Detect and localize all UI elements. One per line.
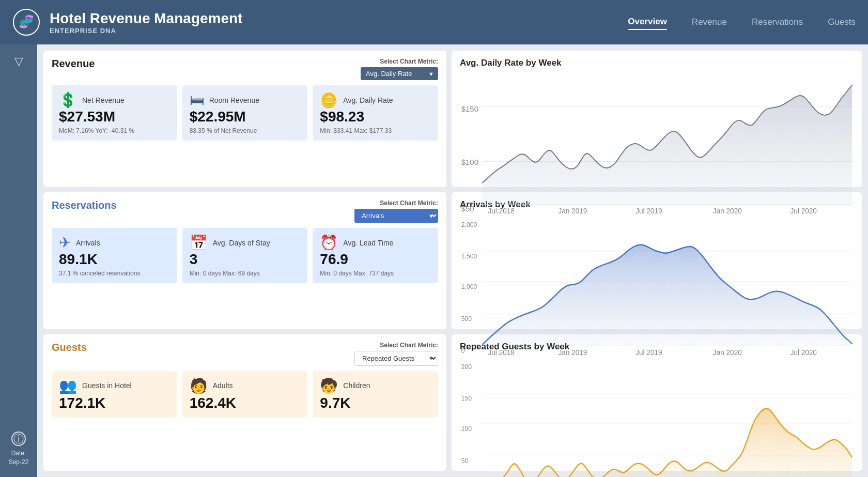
guests-left-panel: Guests Select Chart Metric: Repeated Gue… <box>43 334 446 471</box>
adults-value: 162.4K <box>190 395 301 411</box>
reservations-left-panel: Reservations Select Chart Metric: Arriva… <box>43 192 446 329</box>
subtitle-bold: ENTERPRISE <box>50 27 98 35</box>
svg-text:500: 500 <box>461 315 472 322</box>
revenue-chart-svg: $50 $100 $150 Jul 2018 Jan 2019 Jul 2019… <box>460 72 854 215</box>
reservations-metric-dropdown[interactable]: Arrivals Avg. Days of Stay Avg. Lead Tim… <box>354 209 438 223</box>
revenue-kpi-room: 🛏 Room Revenue $22.95M 83.35 % of Net Re… <box>182 85 308 141</box>
main-layout: ▽ ⓘ Date:Sep-22 Revenue Select Chart Met… <box>0 44 868 477</box>
adr-sub: Min: $33.41 Max: $177.33 <box>320 127 431 134</box>
arrivals-sub: 37.1 % canceled reservations <box>59 270 170 277</box>
kpi-lead-top: ⏰ Avg. Lead Time <box>320 234 431 251</box>
kpi-children-top: 🧒 Children <box>320 377 431 394</box>
kpi-net-top: 💲 Net Revenue <box>59 91 170 109</box>
subtitle-rest: DNA <box>98 27 116 35</box>
reservations-chart-container: 0 500 1,000 1,500 2,000 Jul 2018 Jan 201… <box>460 214 854 357</box>
adr-label: Avg. Daily Rate <box>343 96 393 104</box>
days-stay-icon: 📅 <box>190 234 208 251</box>
reservations-header: Reservations Select Chart Metric: Arriva… <box>52 199 438 223</box>
revenue-chart-panel: Avg. Daily Rate by Week $50 $100 $150 Ju… <box>452 51 862 187</box>
revenue-kpi-row: 💲 Net Revenue $27.53M MoM: 7.16% YoY: -4… <box>52 85 438 141</box>
reservations-kpi-days: 📅 Avg. Days of Stay 3 Min: 0 days Max: 6… <box>182 228 308 283</box>
svg-text:150: 150 <box>461 394 472 402</box>
reservations-title: Reservations <box>52 199 117 211</box>
guests-hotel-label: Guests in Hotel <box>82 381 132 390</box>
svg-text:0: 0 <box>461 347 465 355</box>
revenue-kpi-adr: 🪙 Avg. Daily Rate $98.23 Min: $33.41 Max… <box>313 85 438 141</box>
reservations-metric-label: Select Chart Metric: <box>380 199 438 207</box>
days-stay-label: Avg. Days of Stay <box>213 239 270 247</box>
lead-time-icon: ⏰ <box>320 234 338 251</box>
sidebar-date: Date:Sep-22 <box>9 449 29 467</box>
svg-text:50: 50 <box>461 457 469 465</box>
revenue-left-panel: Revenue Select Chart Metric: Avg. Daily … <box>43 51 446 187</box>
reservations-dropdown-wrap: Arrivals Avg. Days of Stay Avg. Lead Tim… <box>354 209 438 223</box>
room-revenue-sub: 83.35 % of Net Revenue <box>190 127 301 134</box>
arrivals-label: Arrivals <box>76 239 100 247</box>
net-revenue-label: Net Revenue <box>82 96 125 104</box>
lead-time-label: Avg. Lead Time <box>343 239 393 247</box>
title-block: Hotel Revenue Management ENTERPRISE DNA <box>50 10 628 35</box>
header: 🧬 Hotel Revenue Management ENTERPRISE DN… <box>0 0 868 44</box>
filter-icon[interactable]: ▽ <box>14 55 23 68</box>
nav-reservations[interactable]: Reservations <box>752 15 803 29</box>
arrivals-icon: ✈ <box>59 234 71 251</box>
revenue-header: Revenue Select Chart Metric: Avg. Daily … <box>52 58 438 80</box>
revenue-metric-label: Select Chart Metric: <box>380 58 438 65</box>
revenue-row: Revenue Select Chart Metric: Avg. Daily … <box>43 51 862 187</box>
guests-kpi-adults: 🧑 Adults 162.4K <box>182 371 308 418</box>
guests-hotel-value: 172.1K <box>59 395 170 411</box>
svg-text:$100: $100 <box>461 158 478 166</box>
revenue-metric-dropdown[interactable]: Avg. Daily Rate Net Revenue Room Revenue <box>361 67 438 80</box>
kpi-room-top: 🛏 Room Revenue <box>190 91 301 109</box>
guests-kpi-hotel: 👥 Guests in Hotel 172.1K <box>52 371 177 418</box>
svg-text:$50: $50 <box>461 204 474 213</box>
sidebar-bottom: ⓘ Date:Sep-22 <box>9 432 29 467</box>
net-revenue-sub: MoM: 7.16% YoY: -40.31 % <box>59 127 170 134</box>
room-revenue-icon: 🛏 <box>190 91 204 109</box>
nav-revenue[interactable]: Revenue <box>692 15 727 29</box>
adr-value: $98.23 <box>320 109 431 125</box>
guests-header: Guests Select Chart Metric: Repeated Gue… <box>52 342 438 366</box>
guests-title: Guests <box>52 342 87 353</box>
kpi-hotel-top: 👥 Guests in Hotel <box>59 377 170 394</box>
room-revenue-label: Room Revenue <box>209 96 259 104</box>
adults-icon: 🧑 <box>190 377 208 394</box>
guests-metric-dropdown[interactable]: Repeated Guests Guests in Hotel Adults C… <box>354 351 438 366</box>
guests-metric-selector: Select Chart Metric: Repeated Guests Gue… <box>354 342 438 366</box>
main-nav: Overview Revenue Reservations Guests <box>628 14 856 30</box>
reservations-metric-selector: Select Chart Metric: Arrivals Avg. Days … <box>354 199 438 223</box>
children-icon: 🧒 <box>320 377 338 394</box>
lead-time-value: 76.9 <box>320 251 431 268</box>
revenue-title: Revenue <box>52 58 95 70</box>
guests-dropdown-wrap: Repeated Guests Guests in Hotel Adults C… <box>354 351 438 366</box>
kpi-adr-top: 🪙 Avg. Daily Rate <box>320 91 431 109</box>
kpi-arrivals-top: ✈ Arrivals <box>59 234 170 251</box>
reservations-kpi-lead: ⏰ Avg. Lead Time 76.9 Min: 0 days Max: 7… <box>313 228 438 283</box>
kpi-adults-top: 🧑 Adults <box>190 377 301 394</box>
svg-text:🧬: 🧬 <box>19 14 34 29</box>
days-stay-value: 3 <box>190 251 301 268</box>
kpi-days-top: 📅 Avg. Days of Stay <box>190 234 301 251</box>
svg-text:1,000: 1,000 <box>461 283 477 290</box>
info-icon[interactable]: ⓘ <box>11 432 26 446</box>
reservations-kpi-arrivals: ✈ Arrivals 89.1K 37.1 % canceled reserva… <box>52 228 177 283</box>
reservations-chart-svg: 0 500 1,000 1,500 2,000 Jul 2018 Jan 201… <box>460 214 854 357</box>
revenue-chart-title: Avg. Daily Rate by Week <box>460 58 854 68</box>
guests-kpi-children: 🧒 Children 9.7K <box>313 371 438 418</box>
sidebar: ▽ ⓘ Date:Sep-22 <box>0 44 37 477</box>
guests-chart-container: 0 50 100 150 200 Jul 2018 Jan 2019 Jul 2… <box>460 356 854 477</box>
nav-overview[interactable]: Overview <box>628 14 667 30</box>
app-title: Hotel Revenue Management <box>50 10 628 27</box>
svg-text:$150: $150 <box>461 104 478 113</box>
children-label: Children <box>343 381 370 390</box>
revenue-chart-container: $50 $100 $150 Jul 2018 Jan 2019 Jul 2019… <box>460 72 854 215</box>
revenue-kpi-net: 💲 Net Revenue $27.53M MoM: 7.16% YoY: -4… <box>52 85 177 141</box>
children-value: 9.7K <box>320 395 431 411</box>
nav-guests[interactable]: Guests <box>828 15 856 29</box>
adr-icon: 🪙 <box>320 91 338 109</box>
guests-metric-label: Select Chart Metric: <box>380 342 438 349</box>
guests-chart-svg: 0 50 100 150 200 Jul 2018 Jan 2019 Jul 2… <box>460 356 854 477</box>
svg-text:1,500: 1,500 <box>461 253 477 260</box>
guests-kpi-row: 👥 Guests in Hotel 172.1K 🧑 Adults 162.4K <box>52 371 438 418</box>
net-revenue-icon: 💲 <box>59 91 77 109</box>
